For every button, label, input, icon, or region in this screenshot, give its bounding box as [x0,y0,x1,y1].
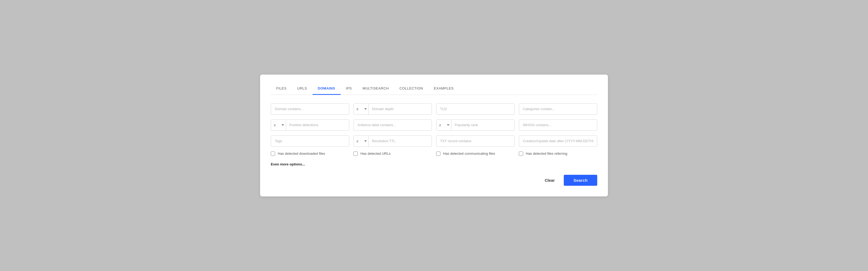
positive-detections-input[interactable] [286,120,349,130]
resolution-ttl-field: ≥≤= [353,135,432,147]
clear-button[interactable]: Clear [540,175,560,185]
tab-files[interactable]: FILES [271,83,292,95]
popularity-rank-input[interactable] [452,120,514,130]
checkbox-downloaded-files[interactable]: Has detected downloaded files [271,151,349,156]
tab-domains[interactable]: DOMAINS [312,83,341,95]
domain-depth-input[interactable] [369,104,432,114]
tags-input[interactable] [271,135,349,147]
tab-collection[interactable]: COLLECTION [394,83,428,95]
checkbox-communicating-files-input[interactable] [436,151,440,156]
categories-contain-input[interactable] [519,103,597,115]
popularity-rank-select[interactable]: ≥≤= [436,120,452,130]
whois-contains-input[interactable] [519,120,597,131]
action-row: Clear Search [271,175,597,186]
domain-depth-select[interactable]: ≥≤= [354,104,369,114]
checkbox-communicating-files-label: Has detected communicating files [443,151,495,156]
filter-row-1: ≥≤= [271,103,597,115]
tab-multisearch[interactable]: MULTISEARCH [357,83,394,95]
checkbox-detected-urls-label: Has detected URLs [361,151,391,156]
popularity-rank-field: ≥≤= [436,120,515,131]
tab-bar: FILES URLS DOMAINS IPS MULTISEARCH COLLE… [271,83,597,95]
checkbox-files-referring-input[interactable] [519,151,523,156]
positive-detections-select[interactable]: ≥≤= [271,120,286,130]
checkbox-files-referring-label: Has detected files referring [526,151,567,156]
antivirus-label-input[interactable] [353,120,432,131]
txt-record-input[interactable] [436,135,515,147]
more-options-button[interactable]: Even more options... [271,162,597,166]
filter-row-3: ≥≤= [271,135,597,147]
checkbox-files-referring[interactable]: Has detected files referring [519,151,597,156]
main-card: FILES URLS DOMAINS IPS MULTISEARCH COLLE… [260,74,608,197]
checkbox-row: Has detected downloaded files Has detect… [271,151,597,156]
checkbox-detected-urls-input[interactable] [353,151,358,156]
resolution-ttl-input[interactable] [369,136,432,146]
tab-ips[interactable]: IPS [341,83,358,95]
tab-urls[interactable]: URLS [292,83,312,95]
positive-detections-field: ≥≤= [271,120,349,131]
resolution-ttl-select[interactable]: ≥≤= [354,136,369,146]
domain-depth-field: ≥≤= [353,103,432,115]
filter-row-2: ≥≤= ≥≤= [271,120,597,131]
tld-input[interactable] [436,103,515,115]
checkbox-downloaded-files-label: Has detected downloaded files [278,151,325,156]
creation-date-input[interactable] [519,135,597,147]
tab-examples[interactable]: EXAMPLES [428,83,459,95]
checkbox-detected-urls[interactable]: Has detected URLs [353,151,432,156]
search-button[interactable]: Search [564,175,597,186]
domain-contains-input[interactable] [271,103,349,115]
checkbox-downloaded-files-input[interactable] [271,151,275,156]
checkbox-communicating-files[interactable]: Has detected communicating files [436,151,515,156]
